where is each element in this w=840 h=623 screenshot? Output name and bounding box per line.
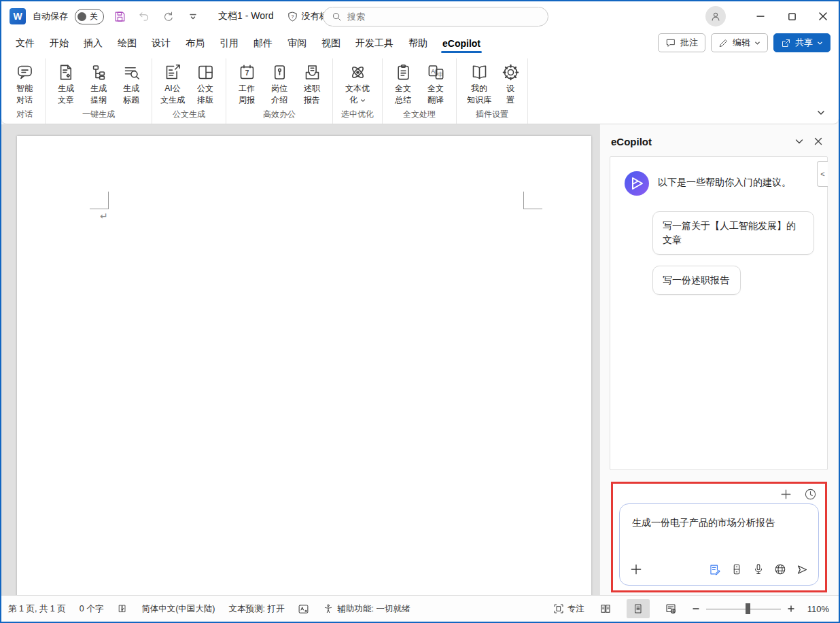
ribbon-group-chat: 智能 对话 对话 (4, 58, 46, 124)
focus-mode-button[interactable]: 专注 (553, 603, 584, 615)
web-layout-icon (665, 603, 677, 615)
open-book-icon (470, 63, 489, 82)
text-optimize-button[interactable]: 文本优 化 (338, 58, 377, 105)
tab-mailings[interactable]: 邮件 (246, 32, 280, 55)
search-input[interactable] (347, 12, 517, 22)
chat-input-text[interactable]: 生成一份电子产品的市场分析报告 (620, 504, 818, 529)
group-label: 选中优化 (341, 107, 374, 124)
autosave-toggle[interactable]: 关 (75, 9, 104, 24)
send-button[interactable] (796, 563, 809, 579)
group-label: 高效办公 (263, 107, 296, 124)
proofing-status[interactable] (117, 603, 128, 614)
tab-home[interactable]: 开始 (42, 32, 76, 55)
share-button[interactable]: 共享 (773, 33, 830, 52)
redo-button[interactable] (160, 7, 177, 25)
qat-customize-button[interactable] (184, 7, 202, 25)
chevron-down-icon (817, 40, 823, 46)
tab-review[interactable]: 审阅 (280, 32, 314, 55)
minimize-button[interactable] (745, 1, 776, 31)
tab-design[interactable]: 设计 (144, 32, 178, 55)
web-search-button[interactable] (774, 563, 786, 578)
word-count[interactable]: 0 个字 (80, 603, 103, 615)
generate-outline-button[interactable]: 生成 提纲 (83, 58, 114, 105)
search-box[interactable] (323, 7, 548, 26)
zoom-slider[interactable] (706, 603, 781, 614)
tab-file[interactable]: 文件 (8, 32, 42, 55)
panel-collapse-button[interactable] (790, 133, 809, 149)
suggestion-chip[interactable]: 写一篇关于【人工智能发展】的文章 (652, 211, 814, 255)
suggestion-chip[interactable]: 写一份述职报告 (652, 266, 741, 295)
language-indicator[interactable]: 简体中文(中国大陆) (141, 603, 215, 615)
collapse-ribbon-button[interactable] (817, 107, 825, 120)
maximize-button[interactable] (776, 1, 807, 31)
text-prediction-status[interactable]: 文本预测: 打开 (229, 603, 285, 615)
notes-button[interactable] (731, 563, 743, 578)
history-button[interactable] (804, 488, 817, 503)
undo-icon (138, 10, 150, 22)
prompt-template-button[interactable] (708, 563, 721, 579)
zoom-out-button[interactable] (692, 605, 700, 613)
document-page[interactable]: ↵ (17, 136, 591, 595)
fulltext-summary-button[interactable]: 全文 总结 (387, 58, 419, 105)
svg-text:A: A (431, 68, 435, 75)
settings-button[interactable]: 设 置 (498, 58, 523, 105)
group-label: 对话 (16, 107, 33, 124)
document-edit-icon (708, 563, 721, 576)
tab-help[interactable]: 帮助 (401, 32, 435, 55)
tab-view[interactable]: 视图 (314, 32, 348, 55)
ai-official-doc-button[interactable]: AI公 文生成 (157, 58, 188, 105)
weekly-report-button[interactable]: 7 工作 周报 (231, 58, 262, 105)
generate-title-button[interactable]: 生成 标题 (116, 58, 147, 105)
comments-button[interactable]: 批注 (658, 33, 705, 52)
accessibility-status[interactable]: 辅助功能: 一切就绪 (323, 603, 410, 615)
panel-close-button[interactable] (809, 133, 828, 149)
pencil-icon (718, 38, 729, 48)
panel-expand-handle[interactable]: < (817, 161, 828, 187)
editing-mode-button[interactable]: 编辑 (711, 33, 768, 52)
voice-input-button[interactable] (752, 563, 765, 578)
tab-references[interactable]: 引用 (212, 32, 246, 55)
read-mode-icon (599, 603, 612, 615)
person-icon (710, 10, 722, 22)
tab-layout[interactable]: 布局 (178, 32, 212, 55)
close-button[interactable] (807, 1, 839, 31)
undo-button[interactable] (135, 7, 153, 25)
search-icon (332, 12, 342, 22)
document-canvas[interactable]: ↵ (1, 124, 602, 595)
panel-title: eCopilot (611, 136, 790, 147)
tab-ecopilot[interactable]: eCopilot (435, 33, 488, 54)
duty-report-button[interactable]: 述职 报告 (296, 58, 328, 105)
print-layout-icon (633, 603, 644, 614)
chevron-down-icon (817, 109, 825, 117)
fulltext-translate-button[interactable]: A中 全文 翻译 (420, 58, 451, 105)
page-indicator[interactable]: 第 1 页, 共 1 页 (8, 603, 66, 615)
chat-card: 以下是一些帮助你入门的建议。 写一篇关于【人工智能发展】的文章 写一份述职报告 … (610, 156, 828, 470)
doc-typeset-button[interactable]: 公文 排版 (190, 58, 221, 105)
read-mode-button[interactable] (594, 599, 617, 618)
generate-article-button[interactable]: 生成 文章 (50, 58, 82, 105)
attach-button[interactable] (629, 563, 643, 579)
close-icon (813, 137, 823, 146)
tab-insert[interactable]: 插入 (76, 32, 110, 55)
zoom-in-button[interactable] (787, 605, 795, 613)
ribbon-group-one-click: 生成 文章 生成 提纲 生成 标题 一键生成 (46, 58, 152, 124)
chat-input-box[interactable]: 生成一份电子产品的市场分析报告 (619, 503, 819, 586)
tab-draw[interactable]: 绘图 (110, 32, 144, 55)
tab-developer[interactable]: 开发工具 (348, 32, 401, 55)
account-avatar[interactable] (705, 6, 726, 26)
svg-text:中: 中 (437, 71, 443, 78)
job-intro-button[interactable]: 岗位 介绍 (264, 58, 295, 105)
prediction-icon-button[interactable] (298, 603, 309, 615)
save-button[interactable] (111, 7, 128, 25)
chevron-down-icon (794, 137, 804, 146)
save-icon (113, 10, 126, 23)
zoom-level[interactable]: 110% (805, 604, 829, 614)
new-chat-button[interactable] (780, 488, 792, 503)
knowledge-base-button[interactable]: 我的 知识库 (461, 58, 497, 105)
print-layout-button[interactable] (627, 599, 650, 618)
smart-chat-button[interactable]: 智能 对话 (9, 58, 40, 105)
zoom-slider-thumb[interactable] (746, 603, 750, 614)
accessibility-icon (323, 603, 334, 614)
chat-bubble-icon (16, 63, 34, 82)
web-layout-button[interactable] (659, 599, 682, 618)
